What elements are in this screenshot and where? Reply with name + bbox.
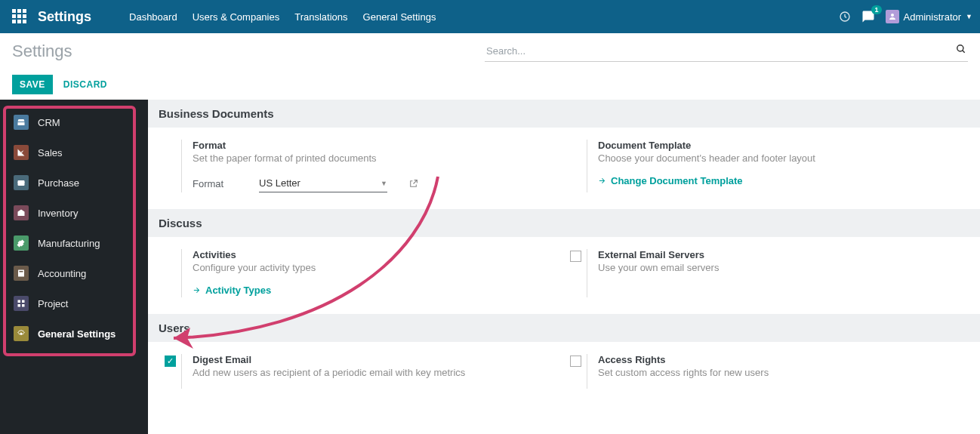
sidebar-item-project[interactable]: Project xyxy=(0,288,148,319)
navbar-brand[interactable]: Settings xyxy=(38,9,91,25)
access-desc: Set custom access rights for new users xyxy=(598,367,954,378)
sidebar-label: Manufacturing xyxy=(38,238,100,249)
sales-icon xyxy=(14,145,29,160)
user-name: Administrator xyxy=(904,11,962,23)
sidebar-item-general-settings[interactable]: General Settings xyxy=(0,319,148,349)
svg-rect-4 xyxy=(18,180,25,186)
svg-line-3 xyxy=(963,51,965,53)
sidebar-item-inventory[interactable]: Inventory xyxy=(0,198,148,228)
accounting-icon xyxy=(14,266,29,281)
sidebar-label: CRM xyxy=(38,117,60,128)
svg-rect-11 xyxy=(22,304,25,307)
activity-types-link[interactable]: Activity Types xyxy=(193,285,271,296)
svg-rect-5 xyxy=(18,182,25,183)
chat-badge: 1 xyxy=(871,5,881,14)
control-bar: Settings xyxy=(0,33,980,69)
gear-icon xyxy=(14,326,29,341)
section-users: Users ✓ Digest Email Add new users as re… xyxy=(148,314,980,405)
chat-icon[interactable]: 1 xyxy=(861,10,875,23)
sidebar-label: Purchase xyxy=(38,177,79,189)
section-header: Business Documents xyxy=(148,100,980,128)
digest-email-checkbox[interactable]: ✓ xyxy=(165,356,176,367)
settings-sidebar: CRM Sales Purchase Inventory Manufacturi… xyxy=(0,100,148,434)
digest-title: Digest Email xyxy=(193,354,549,365)
purchase-icon xyxy=(14,175,29,190)
access-rights-checkbox[interactable] xyxy=(570,356,581,367)
svg-point-2 xyxy=(957,45,963,51)
change-template-link[interactable]: Change Document Template xyxy=(598,175,743,186)
top-navbar: Settings Dashboard Users & Companies Tra… xyxy=(0,0,980,33)
digest-desc: Add new users as recipient of a periodic… xyxy=(193,367,549,378)
page-title: Settings xyxy=(12,42,72,61)
format-title: Format xyxy=(193,140,549,151)
project-icon xyxy=(14,296,29,311)
svg-point-1 xyxy=(891,14,894,17)
discard-button[interactable]: DISCARD xyxy=(63,79,107,90)
search-input[interactable] xyxy=(485,41,968,61)
sidebar-label: Inventory xyxy=(38,208,78,219)
nav-translations[interactable]: Translations xyxy=(294,11,347,23)
sidebar-item-crm[interactable]: CRM xyxy=(0,107,148,137)
external-email-title: External Email Servers xyxy=(598,249,954,260)
nav-dashboard[interactable]: Dashboard xyxy=(129,11,177,23)
nav-general-settings[interactable]: General Settings xyxy=(363,11,436,23)
format-label: Format xyxy=(193,178,238,189)
template-title: Document Template xyxy=(598,140,954,151)
sidebar-item-manufacturing[interactable]: Manufacturing xyxy=(0,228,148,258)
sidebar-item-accounting[interactable]: Accounting xyxy=(0,258,148,288)
format-desc: Set the paper format of printed document… xyxy=(193,152,549,164)
sidebar-item-purchase[interactable]: Purchase xyxy=(0,168,148,198)
sidebar-label: Project xyxy=(38,298,68,309)
format-select[interactable]: US Letter ▼ xyxy=(259,174,387,192)
svg-rect-9 xyxy=(22,300,25,303)
sidebar-label: Sales xyxy=(38,147,63,159)
search-icon[interactable] xyxy=(956,44,966,54)
manufacturing-icon xyxy=(14,235,29,251)
navbar-menu: Dashboard Users & Companies Translations… xyxy=(129,11,436,23)
sidebar-label: Accounting xyxy=(38,268,86,279)
svg-rect-10 xyxy=(18,304,21,307)
svg-rect-8 xyxy=(18,300,21,303)
crm-icon xyxy=(14,115,29,130)
main-content: Business Documents Format Set the paper … xyxy=(148,100,980,434)
section-business-documents: Business Documents Format Set the paper … xyxy=(148,100,980,209)
section-discuss: Discuss Activities Configure your activi… xyxy=(148,209,980,314)
chevron-down-icon: ▼ xyxy=(381,180,387,187)
user-avatar-icon xyxy=(886,10,899,23)
user-menu[interactable]: Administrator ▼ xyxy=(886,10,973,23)
inventory-icon xyxy=(14,205,29,220)
activities-desc: Configure your activity types xyxy=(193,262,549,273)
nav-users-companies[interactable]: Users & Companies xyxy=(193,11,280,23)
clock-icon[interactable] xyxy=(839,11,851,23)
svg-rect-6 xyxy=(18,270,24,277)
section-header: Discuss xyxy=(148,209,980,237)
chevron-down-icon: ▼ xyxy=(966,13,972,20)
access-title: Access Rights xyxy=(598,354,954,365)
sidebar-label: General Settings xyxy=(38,328,116,340)
activities-title: Activities xyxy=(193,249,549,260)
section-header: Users xyxy=(148,314,980,342)
sidebar-item-sales[interactable]: Sales xyxy=(0,137,148,168)
search-wrap xyxy=(485,41,968,62)
apps-grid-icon[interactable] xyxy=(12,9,27,24)
external-link-icon[interactable] xyxy=(408,179,418,189)
save-button[interactable]: SAVE xyxy=(12,75,53,94)
template-desc: Choose your document's header and footer… xyxy=(598,152,954,164)
external-email-desc: Use your own email servers xyxy=(598,262,954,273)
action-bar: SAVE DISCARD xyxy=(0,69,980,100)
svg-rect-7 xyxy=(20,271,23,272)
external-email-checkbox[interactable] xyxy=(570,251,581,262)
